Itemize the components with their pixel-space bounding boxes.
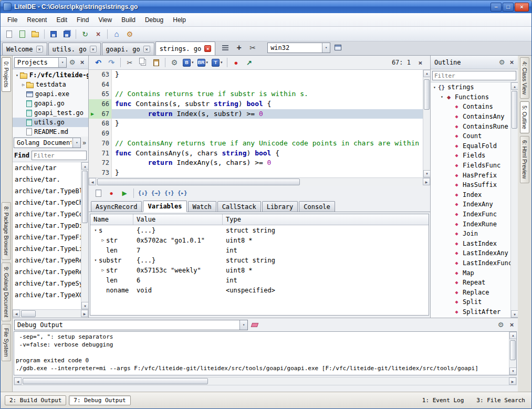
clear-output-button[interactable] (250, 320, 259, 330)
scroll-right-icon[interactable]: ▶ (423, 178, 430, 185)
scroll-thumb[interactable] (424, 79, 430, 110)
editor-horizontal-scrollbar[interactable]: ◀ ▶ (89, 177, 430, 186)
variable-row[interactable]: len6int (90, 275, 429, 285)
outline-item[interactable]: ◆HasSuffix (431, 180, 510, 190)
projects-view-combo[interactable]: Projects ▾ (14, 57, 67, 68)
scroll-right-icon[interactable]: ▶ (81, 310, 88, 317)
scroll-track[interactable] (96, 178, 423, 186)
outline-item[interactable]: ◆Split (431, 297, 510, 307)
undo-button[interactable]: ↶ (92, 57, 105, 69)
column-header-type[interactable]: Type (223, 214, 429, 225)
outline-item[interactable]: ◆Index (431, 190, 510, 200)
tab-close-icon[interactable]: × (90, 46, 97, 53)
tab-close-icon[interactable]: × (204, 45, 211, 52)
overflow-chevron-icon[interactable]: » (81, 139, 87, 146)
project-tree-item[interactable]: README.md (13, 127, 88, 137)
scroll-up-icon[interactable]: ▲ (509, 332, 517, 339)
target-settings-button[interactable] (331, 41, 344, 54)
outline-item[interactable]: ◆Count (431, 131, 510, 141)
line-number[interactable]: 67 (96, 109, 112, 119)
build-t-button[interactable]: T▾ (210, 57, 224, 69)
scroll-up-icon[interactable]: ▲ (423, 70, 430, 77)
code-editor[interactable]: 63}6465// Contains returns true if subst… (89, 69, 430, 177)
project-tree-item[interactable]: goapi.exe (13, 89, 88, 99)
output-horizontal-scrollbar[interactable]: ◀ ▶ (14, 377, 517, 385)
doc-list-item[interactable]: archive/tar.TypeChar (13, 197, 81, 208)
stop-button[interactable]: ● (105, 187, 118, 200)
side-tab-5-outline[interactable]: 5: Outline (520, 101, 529, 133)
line-number[interactable]: 64 (96, 80, 112, 90)
export-button[interactable]: ↗ (243, 57, 256, 69)
scroll-down-icon[interactable]: ▼ (423, 170, 430, 177)
project-tree-item[interactable]: ▷testdata (13, 80, 88, 89)
status-1-event-log[interactable]: 1: Event Log (420, 397, 466, 404)
menu-debug[interactable]: Debug (140, 14, 168, 26)
project-tree-item[interactable]: goapi.go (13, 99, 88, 108)
scroll-thumb[interactable] (23, 378, 208, 384)
debug-tab-watch[interactable]: Watch (188, 201, 216, 212)
doc-list-item[interactable]: archive/tar (13, 162, 81, 174)
variable-row[interactable]: ▾s{...}struct string (90, 225, 429, 235)
open-file-button[interactable] (16, 28, 28, 40)
doc-list-item[interactable]: archive/tar.TypeFifo (13, 232, 81, 243)
close-file-button[interactable]: × (92, 28, 105, 40)
output-close-button[interactable]: × (507, 320, 516, 329)
status-7-debug-output[interactable]: 7: Debug Output (69, 395, 130, 405)
scroll-track[interactable] (81, 170, 88, 302)
expander-icon[interactable]: ▷ (100, 268, 106, 272)
scroll-down-icon[interactable]: ▼ (81, 302, 88, 309)
build-config-button[interactable]: ⚙ (168, 57, 181, 69)
side-tab-8-package-browser[interactable]: 8: Package Browser (2, 202, 11, 260)
output-view-combo[interactable]: Debug Output ▾ (14, 320, 248, 330)
outline-item[interactable]: ▾◆Functions (431, 92, 510, 102)
outline-item[interactable]: ◆Join (431, 229, 510, 239)
scroll-thumb[interactable] (82, 171, 88, 223)
scroll-left-icon[interactable]: ◀ (14, 377, 22, 385)
doc-list-item[interactable]: archive/tar.TypeSymlink (13, 278, 81, 289)
line-number[interactable]: 69 (96, 129, 112, 139)
projects-menu-button[interactable]: ⚙ (68, 58, 77, 67)
step-out-button[interactable]: {↑} (163, 187, 175, 200)
outline-close-button[interactable]: × (507, 58, 516, 67)
tab-utils-go[interactable]: utils. go× (48, 43, 101, 55)
scissors-button[interactable]: ✂ (246, 41, 259, 54)
outline-filter-input[interactable] (432, 71, 516, 80)
debug-tab-library[interactable]: Library (262, 201, 298, 212)
open-folder-button[interactable] (29, 28, 41, 40)
menu-find[interactable]: Find (72, 14, 93, 26)
variable-row[interactable]: ▷str0x57153c "weekly"uint8 * (90, 265, 429, 275)
scroll-thumb[interactable] (510, 340, 516, 360)
copy-button[interactable] (137, 57, 149, 69)
variable-row[interactable]: len7int (90, 245, 429, 255)
doc-list-item[interactable]: archive/tar.TypeLink (13, 243, 81, 255)
tab-close-icon[interactable]: × (143, 46, 150, 53)
project-tree-item[interactable]: utils.go (13, 118, 88, 127)
line-number[interactable]: 70 (96, 139, 112, 149)
line-number[interactable]: 68 (96, 119, 112, 129)
plus-button[interactable]: + (233, 41, 245, 54)
variable-row[interactable]: nonamevoid<unspecified> (90, 285, 429, 295)
scroll-track[interactable] (509, 339, 516, 368)
scroll-right-icon[interactable]: ▶ (509, 377, 516, 385)
titlebar[interactable]: LiteIDE - C:\Go\src\pkg\strings\strings.… (1, 1, 531, 13)
tab-goapi-go[interactable]: goapi. go× (102, 43, 154, 55)
side-tab-9-golang-document[interactable]: 9: Golang Document (2, 263, 11, 321)
outline-item[interactable]: ◆Replace (431, 287, 510, 297)
close-button[interactable]: × (515, 3, 529, 12)
scroll-thumb[interactable] (97, 179, 300, 185)
doc-list-item[interactable]: archive/tar.TypeReg (13, 255, 81, 266)
doc-list-vertical-scrollbar[interactable]: ▲ ▼ (81, 162, 88, 309)
variable-row[interactable]: ▷str0x5702ac "go1.0.1"uint8 * (90, 235, 429, 245)
minimize-button[interactable]: – (491, 3, 502, 12)
outline-item[interactable]: ◆LastIndex (431, 239, 510, 249)
side-tab-0-projects[interactable]: 0: Projects (2, 57, 11, 92)
doc-list-item[interactable]: archive/tar. (13, 174, 81, 185)
line-number[interactable]: 65 (96, 89, 112, 99)
debug-tab-asyncrecord[interactable]: AsyncRecord (91, 201, 142, 212)
outline-item[interactable]: ◆Map (431, 268, 510, 278)
editor-vertical-scrollbar[interactable]: ▲ ▼ (423, 70, 430, 177)
outline-vertical-scrollbar[interactable]: ▲ ▼ (510, 82, 518, 318)
outline-item[interactable]: ◆IndexAny (431, 200, 510, 209)
reload-file-button[interactable]: ↻ (79, 28, 91, 40)
scroll-track[interactable] (511, 90, 518, 310)
